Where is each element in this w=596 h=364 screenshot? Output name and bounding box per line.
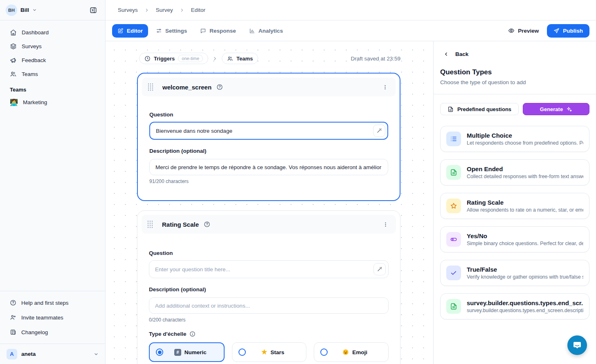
chat-bubble-icon [572,340,582,350]
type-card-open-ended[interactable]: Open Ended Collect detailed responses wi… [440,159,589,185]
info-circle-icon[interactable] [189,331,196,337]
account-switcher[interactable]: A aneta [0,344,105,364]
sidebar-item-invite[interactable]: Invite teammates [0,310,105,325]
type-title: True/False [467,266,583,273]
drag-handle-icon[interactable] [147,221,153,228]
question-title-input[interactable] [149,260,389,278]
scale-type-label-text: Type d'échelle [149,331,187,337]
tab-label: Settings [165,28,187,34]
question-card-welcome-screen[interactable]: welcome_screen Question Description (opt… [137,73,400,201]
preview-label: Preview [518,28,539,34]
sidebar-item-dashboard[interactable]: Dashboard [0,25,105,39]
star-icon [446,199,461,213]
scale-option-emoji[interactable]: Emoji [314,342,389,362]
breadcrumb-survey[interactable]: Survey [156,7,173,13]
triggers-frequency-badge: one-time [178,55,203,62]
drag-handle-icon[interactable] [148,83,153,91]
tab-editor[interactable]: Editor [112,24,148,38]
type-card-true-false[interactable]: True/False Verify knowledge or gather op… [440,260,589,286]
question-title-input[interactable] [149,122,388,140]
team-emoji: 👩‍💻 [10,98,18,106]
sidebar-item-team-marketing[interactable]: 👩‍💻 Marketing [0,95,105,109]
panel-title: Question Types [440,68,589,76]
chevron-right-icon [144,8,149,13]
chevron-left-icon [443,51,449,57]
sidebar-item-changelog[interactable]: Changelog [0,325,105,339]
predefined-questions-button[interactable]: Predefined questions [440,103,519,115]
file-code-icon [448,106,454,112]
sidebar-item-label: Invite teammates [21,315,63,321]
scale-option-numeric[interactable]: # Numeric [149,342,225,362]
chevron-right-icon [212,56,218,61]
triggers-chip[interactable]: Triggers one-time [139,53,208,64]
editor-tabbar: Editor Settings Response Analytics Previ… [106,20,596,41]
char-count: 91/200 characters [149,179,388,184]
sidebar-item-label: Help and first steps [21,300,69,306]
scale-type-label: Type d'échelle [149,331,389,337]
question-card-title: welcome_screen [162,84,211,91]
chat-launcher-button[interactable] [567,335,587,355]
generate-button[interactable]: Generate [523,103,589,115]
sidebar-collapse-button[interactable] [87,4,99,16]
sidebar-item-feedback[interactable]: Feedback [0,53,105,67]
question-card-header: Rating Scale [142,215,396,234]
type-title: Rating Scale [467,199,583,206]
account-avatar: A [7,349,17,360]
back-button[interactable]: Back [440,51,468,57]
layers-icon [10,43,17,50]
description-input[interactable] [149,159,388,175]
breadcrumb-editor[interactable]: Editor [191,7,205,13]
type-card-yes-no[interactable]: Yes/No Simple binary choice questions. P… [440,226,589,252]
users-icon [10,71,17,78]
tab-analytics[interactable]: Analytics [244,24,288,38]
sidebar-item-help[interactable]: Help and first steps [0,295,105,310]
panel-subtitle: Choose the type of question to add [440,79,589,85]
teams-chip[interactable]: Teams [222,53,258,64]
sidebar-item-label: Feedback [22,57,46,63]
question-card-rating-scale[interactable]: Rating Scale Question Description (optio… [137,210,400,364]
home-icon [10,29,17,36]
question-label: Question [149,250,389,256]
kebab-menu-icon[interactable] [380,83,390,92]
smiley-emoji-icon [342,349,349,355]
kebab-menu-icon[interactable] [381,220,390,229]
breadcrumb-surveys[interactable]: Surveys [118,7,138,13]
tab-settings[interactable]: Settings [151,24,192,38]
teams-chip-label: Teams [236,56,253,62]
workspace-switcher[interactable]: BH Bill [0,0,105,20]
check-icon [446,266,461,280]
magic-wand-icon[interactable] [373,263,386,275]
type-card-rating-scale[interactable]: Rating Scale Allow respondents to rate o… [440,193,589,219]
clock-icon [144,56,151,62]
sidebar-spacer [0,109,105,291]
description-input[interactable] [149,297,389,314]
sidebar-item-teams[interactable]: Teams [0,67,105,81]
help-circle-icon[interactable] [216,84,223,90]
file-text-icon [446,165,461,180]
help-circle-icon[interactable] [204,221,210,228]
survey-canvas[interactable]: Triggers one-time Teams Draft saved at 2… [106,41,433,364]
preview-button[interactable]: Preview [508,27,539,34]
triggers-chip-label: Triggers [154,56,175,62]
scale-option-label: Numeric [184,349,207,355]
sliders-icon [156,28,162,34]
type-card-multiple-choice[interactable]: Multiple Choice Let respondents choose f… [440,126,589,152]
draft-status: Draft saved at 23:59 [351,56,400,62]
newspaper-icon [10,329,16,335]
publish-label: Publish [563,28,583,34]
type-card-end-screen[interactable]: survey.builder.questions.types.end_scr..… [440,293,589,319]
tab-response[interactable]: Response [195,24,241,38]
divider [434,94,596,94]
send-icon [553,28,560,34]
sidebar-item-label: Teams [22,71,38,77]
publish-button[interactable]: Publish [547,24,589,38]
magic-wand-icon[interactable] [373,125,385,137]
megaphone-icon [10,57,17,64]
scale-option-label: Stars [270,349,284,355]
tab-label: Response [209,28,236,34]
file-text-icon [446,299,461,314]
sidebar-item-label: Changelog [21,329,48,335]
sidebar-item-label: Surveys [22,43,42,49]
sidebar-item-surveys[interactable]: Surveys [0,39,105,53]
scale-option-stars[interactable]: ★ Stars [232,342,307,362]
